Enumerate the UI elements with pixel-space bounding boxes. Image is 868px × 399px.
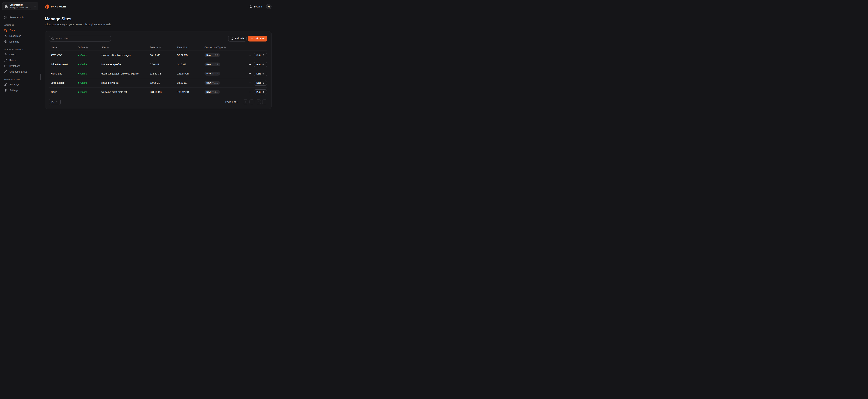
column-header-connection-type[interactable]: Connection Type — [205, 46, 248, 49]
data-out-cell: 780.12 GB — [177, 91, 205, 93]
online-dot — [78, 82, 79, 84]
site-slug-cell: smug-brown-rat — [101, 82, 150, 84]
site-slug-cell: fortunate-cape-fox — [101, 63, 150, 66]
sidebar-section-title: ORGANIZATION — [4, 79, 39, 81]
sidebar-item-shareable-links[interactable]: Shareable Links — [2, 69, 39, 75]
data-in-cell: 534.98 GB — [150, 91, 177, 93]
next-page-button[interactable] — [256, 99, 261, 104]
plus-icon — [251, 37, 253, 40]
arrow-up-down-icon — [159, 47, 161, 49]
search-input[interactable] — [55, 37, 109, 40]
refresh-button[interactable]: Refresh — [228, 36, 247, 41]
site-name-cell: AWS VPC — [51, 54, 78, 57]
table-footer: 20 Page 1 of 1 — [49, 99, 267, 105]
sidebar: Organization milo@fossorial.io's ... Ser… — [0, 0, 41, 123]
sidebar-section-title: GENERAL — [4, 24, 39, 26]
site-name-cell: Office — [51, 91, 78, 93]
site-slug-cell: vivacious-little-blue-penguin — [101, 54, 150, 57]
ellipsis-icon — [248, 54, 251, 57]
column-header-data-out[interactable]: Data Out — [177, 46, 205, 49]
row-menu-button[interactable] — [248, 71, 252, 76]
refresh-icon — [231, 37, 234, 40]
data-out-cell: 52.02 MB — [177, 54, 205, 57]
sidebar-item-domains[interactable]: Domains — [2, 39, 39, 44]
table-row: Jeff's LaptopOnlinesmug-brown-rat12.65 G… — [49, 78, 267, 87]
pager — [243, 99, 267, 104]
data-in-cell: 112.42 GB — [150, 72, 177, 75]
site-name-cell: Jeff's Laptop — [51, 82, 78, 84]
edit-button[interactable]: Edit — [254, 89, 267, 95]
arrow-up-down-icon — [107, 47, 109, 49]
ellipsis-icon — [248, 91, 251, 93]
first-page-button[interactable] — [243, 99, 248, 104]
building-icon — [4, 4, 8, 8]
chevrons-up-down-icon — [34, 5, 36, 8]
online-dot — [78, 73, 79, 74]
data-out-cell: 34.80 GB — [177, 82, 205, 84]
arrow-right-icon — [262, 63, 265, 66]
chevron-down-icon — [56, 101, 58, 103]
table-header-row: NameOnlineSiteData InData OutConnection … — [49, 44, 267, 51]
column-header-data-in[interactable]: Data In — [150, 46, 177, 49]
site-name-cell: Edge Device 01 — [51, 63, 78, 66]
column-header-online[interactable]: Online — [78, 46, 101, 49]
sidebar-item-invitations[interactable]: Invitations — [2, 63, 39, 69]
sidebar-item-settings[interactable]: Settings — [2, 88, 39, 93]
row-menu-button[interactable] — [248, 62, 252, 66]
online-status-label: Online — [81, 63, 87, 66]
row-menu-button[interactable] — [248, 90, 252, 94]
search-box — [49, 36, 111, 41]
page-title: Manage Sites — [45, 17, 272, 21]
last-page-button[interactable] — [262, 99, 267, 104]
org-switcher[interactable]: Organization milo@fossorial.io's ... — [2, 2, 38, 10]
edit-button[interactable]: Edit — [254, 80, 267, 86]
sidebar-item-resources[interactable]: Resources — [2, 33, 39, 39]
column-header-name[interactable]: Name — [51, 46, 78, 49]
sidebar-item-api-keys[interactable]: API Keys — [2, 82, 39, 88]
rows-per-page-select[interactable]: 20 — [49, 99, 61, 105]
row-menu-button[interactable] — [248, 81, 252, 85]
moon-icon — [249, 5, 252, 8]
pangolin-logo-icon — [45, 4, 50, 9]
row-menu-button[interactable] — [248, 53, 252, 57]
page-subtitle: Allow connectivity to your network throu… — [45, 23, 272, 26]
add-site-button[interactable]: Add Site — [248, 36, 267, 41]
topbar: PANGOLIN System M — [45, 0, 272, 12]
table-row: Home LabOnlinedead-san-joaquin-antelope-… — [49, 69, 267, 78]
edit-button[interactable]: Edit — [254, 53, 267, 58]
data-in-cell: 5.00 MB — [150, 63, 177, 66]
sidebar-item-server-admin[interactable]: Server Admin — [2, 14, 39, 20]
org-switcher-label: Organization — [9, 3, 32, 6]
brand-name: PANGOLIN — [51, 5, 66, 8]
avatar[interactable]: M — [266, 4, 272, 9]
edit-button[interactable]: Edit — [254, 71, 267, 76]
theme-toggle-button[interactable]: System — [249, 5, 262, 8]
connection-type-badge: Newtv1.3.2 — [205, 53, 220, 57]
table-row: Edge Device 01Onlinefortunate-cape-fox5.… — [49, 60, 267, 69]
online-status-label: Online — [81, 54, 87, 57]
waypoints-icon — [4, 35, 7, 37]
sidebar-nav: Server Admin GENERALSitesResourcesDomain… — [2, 14, 39, 93]
arrow-up-down-icon — [59, 47, 61, 49]
sidebar-item-roles[interactable]: Roles — [2, 58, 39, 63]
site-name-cell: Home Lab — [51, 72, 78, 75]
ellipsis-icon — [248, 72, 251, 75]
sidebar-item-users[interactable]: Users — [2, 52, 39, 58]
online-status-cell: Online — [78, 82, 101, 84]
previous-page-button[interactable] — [249, 99, 254, 104]
arrow-right-icon — [262, 91, 265, 93]
sidebar-scrollbar[interactable] — [40, 73, 41, 80]
avatar-initial: M — [268, 5, 270, 8]
chevron-right-icon — [257, 101, 259, 103]
site-slug-cell: dead-san-joaquin-antelope-squirrel — [101, 72, 150, 75]
ticket-check-icon — [4, 65, 7, 67]
sidebar-item-sites[interactable]: Sites — [2, 27, 39, 33]
user-icon — [4, 53, 7, 56]
online-status-cell: Online — [78, 72, 101, 75]
chevrons-left-icon — [244, 101, 247, 103]
edit-button[interactable]: Edit — [254, 62, 267, 67]
data-in-cell: 12.65 GB — [150, 82, 177, 84]
column-header-site[interactable]: Site — [101, 46, 150, 49]
connection-type-badge: Newtv1.3.2 — [205, 90, 220, 94]
sidebar-section-title: ACCESS CONTROL — [4, 49, 39, 51]
